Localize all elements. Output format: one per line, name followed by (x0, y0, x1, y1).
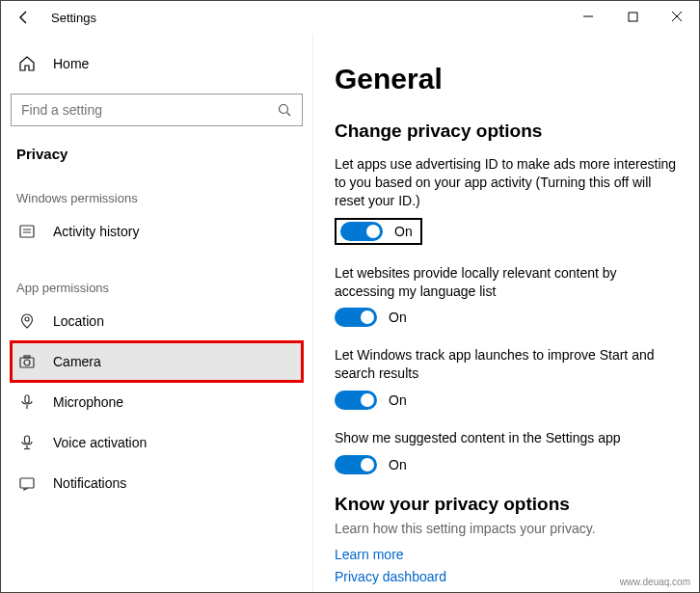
window-controls (566, 1, 699, 32)
search-icon (278, 103, 292, 118)
svg-rect-4 (20, 226, 34, 237)
svg-point-9 (24, 360, 30, 365)
sidebar-item-label: Activity history (53, 224, 139, 239)
toggle-track-launches[interactable] (335, 391, 377, 410)
notifications-icon (18, 474, 36, 492)
activity-history-icon (18, 223, 36, 240)
page-title: General (335, 63, 678, 95)
sidebar-item-label: Microphone (53, 394, 123, 410)
sidebar-item-notifications[interactable]: Notifications (11, 463, 303, 503)
toggle-highlight-box: On (335, 218, 422, 245)
window-title: Settings (51, 11, 96, 25)
sidebar-current-category: Privacy (16, 146, 303, 162)
setting-advertising-id: Let apps use advertising ID to make ads … (335, 155, 678, 245)
close-button[interactable] (655, 1, 699, 32)
home-icon (18, 55, 36, 72)
minimize-button[interactable] (566, 1, 610, 32)
back-button[interactable] (11, 4, 38, 31)
microphone-icon (18, 393, 36, 411)
home-label: Home (53, 56, 89, 71)
section-heading: Change privacy options (335, 121, 678, 142)
svg-point-2 (280, 104, 288, 113)
setting-desc: Let apps use advertising ID to make ads … (335, 155, 678, 210)
sidebar-item-label: Voice activation (53, 435, 147, 450)
svg-rect-16 (20, 478, 34, 488)
setting-desc: Let Windows track app launches to improv… (335, 346, 678, 383)
camera-icon (18, 353, 36, 370)
svg-point-7 (25, 317, 29, 321)
setting-track-launches: Let Windows track app launches to improv… (335, 346, 678, 410)
toggle-state: On (389, 310, 407, 325)
sidebar-item-label: Location (53, 313, 104, 329)
sidebar-item-activity-history[interactable]: Activity history (11, 211, 303, 252)
sidebar-item-microphone[interactable]: Microphone (11, 382, 303, 422)
sidebar-item-label: Camera (53, 354, 101, 369)
maximize-button[interactable] (610, 1, 655, 32)
setting-desc: Show me suggested content in the Setting… (335, 429, 678, 447)
search-input[interactable] (21, 102, 278, 118)
svg-rect-10 (24, 356, 30, 358)
home-nav[interactable]: Home (11, 47, 303, 80)
setting-suggested-content: Show me suggested content in the Setting… (335, 429, 678, 474)
toggle-state: On (389, 392, 407, 408)
watermark: www.deuaq.com (617, 576, 693, 588)
toggle-state: On (389, 457, 407, 472)
know-heading: Know your privacy options (335, 494, 678, 515)
sidebar-item-label: Notifications (53, 475, 126, 491)
svg-rect-13 (25, 436, 30, 444)
toggle-state: On (394, 224, 413, 239)
svg-line-3 (287, 112, 291, 116)
sidebar: Home Privacy Windows permissions Activit… (1, 34, 312, 592)
svg-rect-11 (25, 395, 29, 403)
voice-activation-icon (18, 434, 36, 451)
location-icon (18, 312, 36, 330)
sidebar-group-app: App permissions (16, 281, 303, 295)
know-subtext: Learn how this setting impacts your priv… (335, 521, 678, 536)
main-panel: General Change privacy options Let apps … (312, 34, 699, 592)
toggle-language-content[interactable] (335, 308, 377, 327)
link-learn-more[interactable]: Learn more (335, 544, 678, 565)
sidebar-item-location[interactable]: Location (11, 301, 303, 341)
search-box[interactable] (11, 94, 303, 126)
sidebar-item-voice-activation[interactable]: Voice activation (11, 422, 303, 463)
svg-rect-1 (629, 13, 637, 21)
toggle-suggested-content[interactable] (335, 455, 377, 474)
setting-desc: Let websites provide locally relevant co… (335, 264, 678, 301)
sidebar-group-windows: Windows permissions (16, 191, 303, 205)
titlebar: Settings (1, 1, 699, 34)
toggle-advertising-id[interactable] (340, 222, 383, 241)
sidebar-item-camera[interactable]: Camera (11, 341, 303, 382)
setting-language-content: Let websites provide locally relevant co… (335, 264, 678, 328)
